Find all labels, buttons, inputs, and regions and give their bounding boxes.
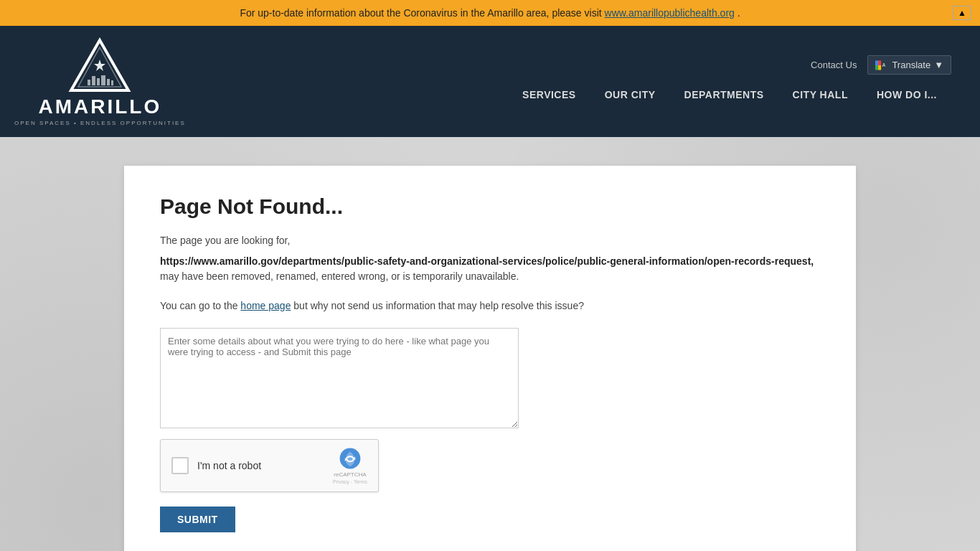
translate-icon: A <box>875 60 888 70</box>
svg-marker-2 <box>94 60 105 71</box>
nav-departments[interactable]: DEPARTMENTS <box>670 82 778 108</box>
goto-suffix: but why not send us information that may… <box>291 300 584 311</box>
site-header: AMARILLO OPEN SPACES • ENDLESS OPPORTUNI… <box>0 26 980 137</box>
svg-rect-7 <box>107 79 110 85</box>
intro-text: The page you are looking for, <box>160 233 820 248</box>
alert-banner: For up-to-date information about the Cor… <box>0 0 980 26</box>
alert-end: . <box>738 7 740 19</box>
svg-rect-10 <box>878 60 881 65</box>
svg-rect-4 <box>92 76 95 85</box>
page-title: Page Not Found... <box>160 194 820 219</box>
logo-text: AMARILLO <box>39 95 162 118</box>
translate-chevron: ▼ <box>934 60 943 70</box>
nav-our-city[interactable]: OUR CITY <box>590 82 670 108</box>
alert-text: For up-to-date information about the Cor… <box>240 7 604 19</box>
may-have-text: may have been removed, renamed, entered … <box>160 269 820 284</box>
recaptcha-checkbox[interactable] <box>171 457 189 474</box>
recaptcha-box: I'm not a robot reCAPTCHA Privacy - Term… <box>160 439 379 492</box>
svg-rect-8 <box>111 80 113 85</box>
recaptcha-terms: Privacy - Terms <box>333 479 367 484</box>
translate-button[interactable]: A Translate ▼ <box>867 55 951 75</box>
header-right: Contact Us A Translate ▼ SERVICES OUR CI… <box>508 55 951 108</box>
feedback-textarea[interactable] <box>160 328 519 428</box>
recaptcha-label: I'm not a robot <box>197 460 333 471</box>
logo-area[interactable]: AMARILLO OPEN SPACES • ENDLESS OPPORTUNI… <box>14 26 186 137</box>
error-url-text: https://www.amarillo.gov/departments/pub… <box>160 255 811 267</box>
svg-rect-12 <box>878 65 881 70</box>
svg-rect-9 <box>875 60 878 65</box>
recaptcha-logo-icon <box>339 447 362 470</box>
contact-us-link[interactable]: Contact Us <box>811 60 857 70</box>
error-url: https://www.amarillo.gov/departments/pub… <box>160 254 820 269</box>
svg-rect-5 <box>97 78 100 85</box>
logo-triangle <box>67 37 132 94</box>
recaptcha-brand: reCAPTCHA <box>334 471 366 478</box>
url-end: , <box>811 255 814 267</box>
translate-label: Translate <box>892 60 930 70</box>
goto-prefix: You can go to the <box>160 300 240 311</box>
goto-text: You can go to the home page but why not … <box>160 298 820 314</box>
logo-tagline: OPEN SPACES • ENDLESS OPPORTUNITIES <box>14 120 186 126</box>
svg-rect-3 <box>88 80 90 85</box>
recaptcha-logo-area: reCAPTCHA Privacy - Terms <box>333 447 367 484</box>
header-utilities: Contact Us A Translate ▼ <box>811 55 951 75</box>
submit-button[interactable]: SUBMIT <box>160 507 235 532</box>
svg-text:A: A <box>882 62 886 67</box>
main-nav: SERVICES OUR CITY DEPARTMENTS CITY HALL … <box>508 82 951 108</box>
svg-rect-6 <box>101 75 105 85</box>
alert-link[interactable]: www.amarillopublichealth.org <box>605 7 735 19</box>
nav-city-hall[interactable]: CITY HALL <box>778 82 862 108</box>
alert-collapse-button[interactable]: ▲ <box>953 6 971 20</box>
nav-how-do-i[interactable]: HOW DO I... <box>862 82 951 108</box>
home-page-link[interactable]: home page <box>240 300 291 311</box>
content-card: Page Not Found... The page you are looki… <box>124 166 856 551</box>
svg-rect-11 <box>875 65 878 70</box>
page-bg-inner: Page Not Found... The page you are looki… <box>14 166 966 551</box>
nav-services[interactable]: SERVICES <box>508 82 590 108</box>
page-background: Page Not Found... The page you are looki… <box>0 137 980 551</box>
